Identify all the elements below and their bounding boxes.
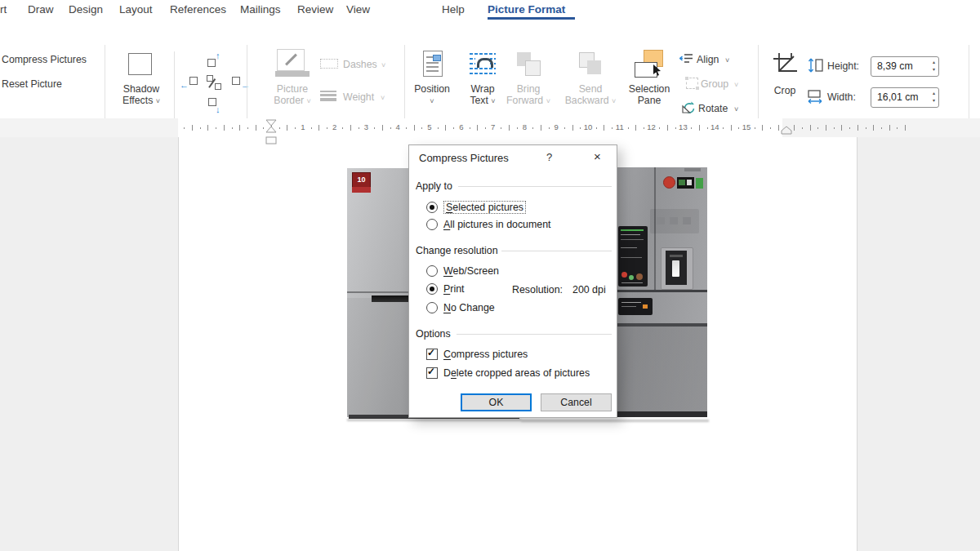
checkbox-compress-pictures[interactable]: ✓ Compress pictures	[426, 349, 528, 360]
cancel-button[interactable]: Cancel	[541, 393, 612, 411]
weight-icon	[320, 91, 336, 92]
ruler-dot	[817, 127, 818, 129]
dialog-titlebar[interactable]: Compress Pictures ? ×	[409, 145, 617, 170]
fridge-badge: 10	[352, 172, 371, 188]
ruler-dot	[342, 127, 343, 129]
radio-label: All pictures in document	[443, 219, 551, 230]
ok-button[interactable]: OK	[461, 393, 532, 411]
width-value: 16,01 cm	[877, 91, 919, 103]
change-resolution-group-label: Change resolution	[416, 245, 498, 256]
right-indent-marker[interactable]	[780, 126, 793, 136]
spinner-down-icon[interactable]: ▾	[933, 98, 935, 103]
checkmark-icon: ✓	[427, 366, 435, 377]
tab-design[interactable]: Design	[69, 3, 103, 16]
label-mnemonic: N	[443, 302, 451, 313]
radio-button-icon[interactable]	[426, 202, 438, 213]
ruler-tick	[509, 125, 510, 131]
shadow-toggle-icon	[215, 83, 221, 90]
ruler[interactable]: 123456789101112131415	[0, 118, 980, 137]
send-backward-label: Send Backward ˅	[563, 83, 618, 106]
checkbox-delete-cropped[interactable]: ✓ Delete cropped areas of pictures	[426, 367, 590, 379]
radio-no-change[interactable]: No Change	[426, 302, 495, 313]
spinner-up-icon[interactable]: ▴	[933, 91, 935, 96]
dropdown-arrow-icon: ˅	[612, 97, 616, 105]
width-label: Width:	[827, 91, 856, 103]
wrap-text-label: Wrap Text ˅	[458, 83, 507, 106]
ruler-number: 2	[330, 122, 340, 131]
dropdown-arrow-icon: ˅	[156, 97, 160, 105]
tab-references[interactable]: References	[170, 3, 226, 16]
ruler-tick	[256, 125, 256, 131]
tab-help[interactable]: Help	[442, 3, 465, 16]
nudge-square-icon	[207, 59, 216, 67]
ruler-dot	[802, 127, 803, 129]
checkbox-icon[interactable]: ✓	[426, 367, 438, 379]
height-input[interactable]: 8,39 cm ▴ ▾	[871, 56, 939, 77]
reset-picture-button[interactable]: Reset Picture	[2, 78, 62, 90]
ruler-number: 8	[519, 122, 529, 131]
shadow-effects-button[interactable]: Shadow Effects ˅	[116, 83, 167, 106]
radio-selected-pictures[interactable]: Selected pictures	[426, 201, 526, 214]
radio-web-screen[interactable]: Web/Screen	[426, 265, 499, 277]
ruler-tick	[604, 125, 604, 131]
radio-print[interactable]: Print	[426, 283, 464, 295]
ruler-dot	[897, 127, 898, 129]
tab-view[interactable]: View	[346, 3, 370, 16]
tab-layout[interactable]: Layout	[119, 3, 153, 16]
ruler-dot	[834, 127, 835, 129]
fridge-water-dispenser	[661, 247, 693, 290]
ruler-dot	[501, 127, 501, 129]
ruler-number: 11	[615, 122, 625, 131]
ruler-tick	[207, 125, 208, 131]
tab-insert-partial[interactable]: rt	[0, 3, 7, 16]
tab-mailings[interactable]: Mailings	[240, 3, 281, 16]
options-group-label: Options	[416, 328, 451, 340]
tab-picture-format[interactable]: Picture Format	[488, 3, 565, 16]
radio-label: Print	[443, 283, 464, 295]
cursor-arrow-icon	[653, 64, 662, 77]
ruler-number: 10	[583, 122, 593, 131]
tab-review[interactable]: Review	[297, 3, 333, 16]
tab-bar: rt Draw Design Layout References Mailing…	[0, 0, 980, 20]
ruler-tick	[239, 125, 240, 131]
ruler-dot	[438, 127, 439, 129]
label-mnemonic: e	[451, 367, 457, 379]
indent-marker[interactable]	[265, 119, 277, 146]
ruler-number: 13	[678, 122, 688, 131]
help-button[interactable]: ?	[546, 151, 552, 163]
close-icon[interactable]: ×	[594, 149, 601, 163]
radio-button-icon[interactable]	[426, 283, 438, 295]
radio-label: Web/Screen	[443, 265, 499, 277]
dropdown-arrow-icon: ˅	[430, 97, 434, 105]
ruler-tick	[445, 125, 446, 131]
resolution-label: Resolution:	[512, 284, 563, 295]
spinner-down-icon[interactable]: ▾	[933, 67, 935, 72]
bring-forward-icon	[525, 60, 541, 76]
radio-button-icon[interactable]	[426, 219, 438, 230]
ruler-tick	[905, 125, 906, 131]
separator	[174, 51, 175, 120]
radio-button-icon[interactable]	[426, 265, 438, 277]
width-input[interactable]: 16,01 cm ▴ ▾	[871, 87, 939, 108]
picture-border-label-1: Picture	[277, 83, 308, 95]
label-mnemonic: C	[443, 349, 451, 360]
compress-pictures-button[interactable]: Compress Pictures	[2, 54, 87, 65]
image-shadow	[347, 419, 521, 421]
spinner-up-icon[interactable]: ▴	[933, 60, 935, 64]
dropdown-arrow-icon: ˅	[381, 61, 385, 69]
ruler-dot	[232, 127, 233, 129]
checkbox-icon[interactable]: ✓	[426, 349, 438, 360]
ruler-tick	[224, 125, 225, 131]
group-icon	[686, 78, 698, 89]
radio-button-icon[interactable]	[426, 302, 438, 313]
ruler-tick	[350, 125, 351, 131]
ruler-dot	[295, 127, 296, 129]
dialog-title: Compress Pictures	[419, 152, 509, 164]
tab-draw[interactable]: Draw	[28, 3, 54, 16]
ruler-tick	[635, 125, 636, 131]
checkmark-icon: ✓	[427, 347, 435, 358]
radio-all-pictures[interactable]: All pictures in document	[426, 219, 551, 230]
label-text: eb/Screen	[452, 265, 498, 277]
shadow-effects-label-2: Effects	[122, 95, 153, 106]
nudge-square-icon	[232, 77, 240, 85]
